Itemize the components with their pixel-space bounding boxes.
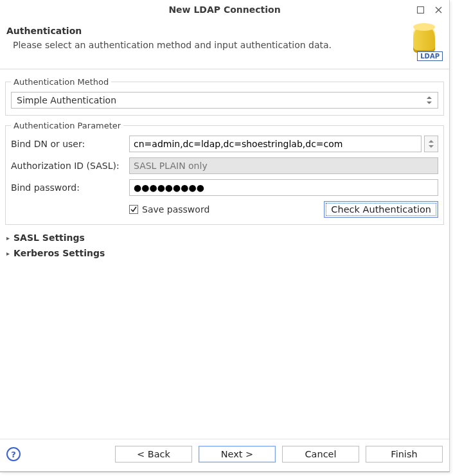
svg-marker-4 (427, 101, 432, 104)
kerberos-settings-label: Kerberos Settings (13, 248, 105, 258)
triangle-right-icon: ▸ (6, 234, 10, 242)
dialog-title: New LDAP Connection (168, 4, 280, 15)
fieldset-auth-parameter: Authentication Parameter Bind DN or user… (5, 121, 444, 225)
check-authentication-button[interactable]: Check Authentication (324, 201, 438, 218)
label-authz-id: Authorization ID (SASL): (11, 161, 127, 171)
triangle-right-icon: ▸ (6, 250, 10, 257)
content-area: Authentication Method Simple Authenticat… (0, 69, 449, 439)
label-bind-dn: Bind DN or user: (11, 139, 127, 149)
ldap-icon: LDAP (407, 26, 443, 61)
auth-method-select[interactable]: Simple Authentication (11, 92, 438, 109)
back-button[interactable]: < Back (115, 446, 192, 463)
svg-rect-0 (417, 6, 423, 13)
auth-method-selected: Simple Authentication (17, 95, 116, 105)
help-icon[interactable]: ? (6, 447, 21, 461)
banner-description: Please select an authentication method a… (6, 40, 407, 50)
fieldset-auth-method: Authentication Method Simple Authenticat… (5, 77, 444, 116)
legend-auth-method: Authentication Method (11, 77, 111, 87)
cancel-button[interactable]: Cancel (282, 446, 359, 463)
ldap-icon-badge: LDAP (417, 51, 443, 61)
save-password-checkbox[interactable]: Save password (129, 204, 209, 215)
svg-marker-6 (429, 145, 434, 148)
authz-id-input (129, 157, 438, 174)
close-icon[interactable] (432, 4, 444, 15)
kerberos-settings-expander[interactable]: ▸ Kerberos Settings (5, 245, 444, 261)
label-bind-password: Bind password: (11, 182, 127, 193)
sasl-settings-expander[interactable]: ▸ SASL Settings (5, 230, 444, 245)
sasl-settings-label: SASL Settings (13, 233, 85, 243)
chevron-updown-icon (425, 93, 434, 108)
svg-marker-5 (429, 140, 434, 143)
next-button[interactable]: Next > (199, 446, 276, 463)
dialog-new-ldap-connection: New LDAP Connection Authentication Pleas… (0, 0, 450, 472)
bind-dn-input[interactable] (129, 136, 422, 152)
legend-auth-parameter: Authentication Parameter (11, 121, 123, 130)
bind-dn-picker-button[interactable] (424, 136, 438, 152)
save-password-label: Save password (142, 204, 209, 215)
finish-button[interactable]: Finish (366, 446, 443, 463)
maximize-icon[interactable] (414, 4, 426, 15)
footer: ? < Back Next > Cancel Finish (0, 439, 449, 472)
titlebar: New LDAP Connection (0, 0, 449, 19)
checkbox-icon (129, 205, 138, 214)
svg-marker-3 (427, 96, 432, 99)
banner-heading: Authentication (6, 26, 407, 36)
banner: Authentication Please select an authenti… (0, 19, 449, 69)
bind-password-input[interactable] (129, 179, 438, 196)
